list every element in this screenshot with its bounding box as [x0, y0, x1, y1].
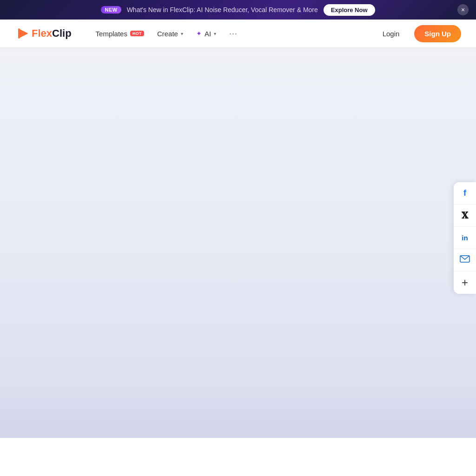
- svg-rect-1: [18, 28, 20, 39]
- ai-label: AI: [205, 30, 211, 38]
- email-share-button[interactable]: [454, 249, 476, 271]
- close-announcement-button[interactable]: ×: [457, 4, 469, 15]
- nav-links: Templates HOT Create ▾ ✦ AI ▾ ···: [90, 25, 375, 42]
- twitter-share-button[interactable]: 𝕏: [454, 205, 476, 227]
- announcement-bar: NEW What's New in FlexClip: AI Noise Red…: [0, 0, 476, 20]
- facebook-share-button[interactable]: f: [454, 182, 476, 205]
- more-share-button[interactable]: +: [454, 271, 476, 294]
- logo-text: FlexClip: [32, 27, 72, 40]
- nav-item-templates[interactable]: Templates HOT: [90, 26, 150, 41]
- login-button[interactable]: Login: [375, 26, 407, 41]
- social-sidebar: f 𝕏 in +: [454, 182, 476, 294]
- nav-item-more[interactable]: ···: [224, 25, 243, 42]
- signup-button[interactable]: Sign Up: [414, 25, 461, 42]
- explore-now-button[interactable]: Explore Now: [324, 4, 375, 16]
- linkedin-icon: in: [462, 234, 468, 242]
- facebook-icon: f: [463, 188, 466, 198]
- linkedin-share-button[interactable]: in: [454, 227, 476, 249]
- flexclip-logo-icon: [15, 25, 32, 42]
- email-icon: [460, 255, 470, 265]
- plus-icon: +: [462, 276, 468, 289]
- logo[interactable]: FlexClip: [15, 25, 72, 42]
- main-content: [0, 47, 476, 438]
- nav-right: Login Sign Up: [375, 25, 461, 42]
- announcement-text: What's New in FlexClip: AI Noise Reducer…: [127, 6, 318, 13]
- navbar: FlexClip Templates HOT Create ▾ ✦ AI ▾ ·…: [0, 20, 476, 47]
- nav-item-create[interactable]: Create ▾: [152, 26, 189, 41]
- create-chevron-icon: ▾: [181, 31, 183, 36]
- bottom-gradient: [0, 382, 476, 438]
- templates-label: Templates: [96, 30, 127, 38]
- nav-item-ai[interactable]: ✦ AI ▾: [191, 26, 222, 41]
- hot-badge: HOT: [130, 31, 144, 36]
- more-dots-icon: ···: [229, 29, 238, 39]
- twitter-icon: 𝕏: [462, 211, 468, 221]
- ai-chevron-icon: ▾: [214, 31, 216, 36]
- new-badge: NEW: [101, 6, 121, 13]
- ai-sparkle-icon: ✦: [196, 30, 202, 37]
- create-label: Create: [157, 30, 178, 38]
